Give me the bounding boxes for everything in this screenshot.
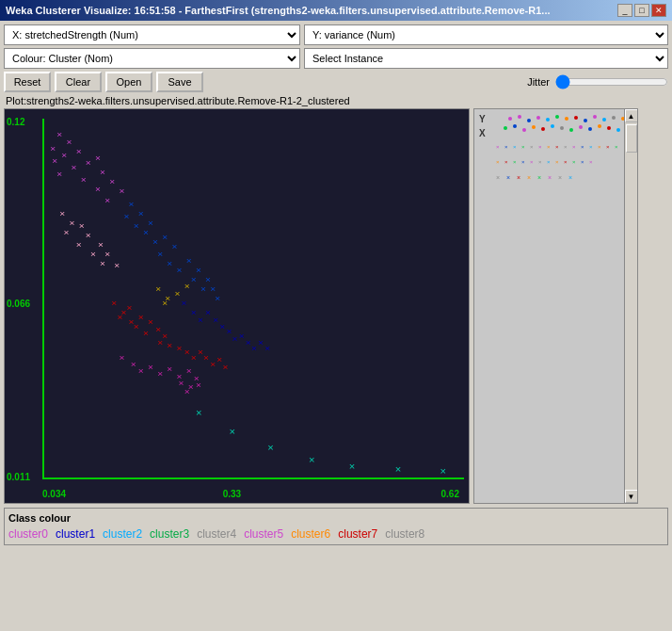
svg-text:×: × — [581, 144, 584, 150]
svg-text:×: × — [251, 343, 257, 353]
cluster5-label: cluster5 — [244, 527, 283, 541]
svg-text:×: × — [129, 200, 135, 210]
svg-text:×: × — [117, 312, 122, 322]
svg-point-125 — [569, 128, 573, 132]
window-title: Weka Clusterer Visualize: 16:51:58 - Far… — [6, 5, 551, 16]
svg-text:×: × — [213, 315, 218, 325]
svg-text:×: × — [127, 302, 133, 313]
svg-text:×: × — [205, 307, 211, 317]
svg-text:×: × — [555, 159, 559, 165]
svg-text:×: × — [134, 321, 139, 332]
cluster0-label: cluster0 — [8, 527, 48, 541]
x-axis-dropdown[interactable]: X: stretchedStrength (Num) — [4, 24, 300, 45]
svg-text:×: × — [100, 258, 105, 268]
svg-point-129 — [607, 126, 611, 130]
svg-text:×: × — [513, 144, 517, 150]
svg-text:×: × — [558, 174, 562, 181]
title-bar: Weka Clusterer Visualize: 16:51:58 - Far… — [0, 0, 672, 21]
y-min-label: 0.011 — [7, 472, 30, 482]
svg-text:×: × — [98, 239, 104, 250]
svg-text:×: × — [258, 337, 264, 348]
thumbnail-scrollbar[interactable]: ▲ ▼ — [624, 109, 637, 503]
svg-point-126 — [579, 125, 583, 129]
reset-button[interactable]: Reset — [4, 72, 51, 92]
save-button[interactable]: Save — [156, 72, 203, 92]
svg-text:×: × — [177, 343, 183, 353]
svg-point-106 — [518, 115, 521, 119]
svg-text:×: × — [148, 218, 153, 229]
x-min-label: 0.034 — [42, 489, 66, 499]
title-bar-buttons: _ □ ✕ — [617, 4, 666, 17]
select-instance-dropdown[interactable]: Select Instance — [304, 48, 668, 69]
svg-text:×: × — [496, 174, 500, 181]
svg-text:×: × — [70, 218, 75, 229]
svg-point-111 — [565, 117, 568, 121]
svg-text:×: × — [90, 249, 96, 259]
svg-text:×: × — [167, 364, 172, 374]
svg-text:×: × — [191, 352, 197, 363]
svg-text:×: × — [349, 461, 356, 472]
svg-text:×: × — [184, 347, 190, 357]
svg-text:×: × — [157, 249, 163, 259]
svg-text:×: × — [589, 144, 593, 150]
svg-text:×: × — [568, 174, 572, 181]
svg-text:×: × — [63, 227, 69, 237]
svg-text:×: × — [148, 362, 153, 372]
scroll-thumb[interactable] — [626, 124, 637, 153]
open-button[interactable]: Open — [105, 72, 152, 92]
svg-text:×: × — [572, 144, 576, 150]
svg-text:×: × — [186, 365, 192, 376]
close-button[interactable]: ✕ — [651, 4, 666, 17]
svg-point-109 — [546, 118, 550, 121]
maximize-button[interactable]: □ — [634, 4, 649, 17]
svg-text:×: × — [555, 144, 559, 150]
svg-text:×: × — [496, 159, 500, 165]
clear-button[interactable]: Clear — [55, 72, 102, 92]
svg-text:×: × — [86, 157, 91, 168]
svg-text:×: × — [581, 159, 584, 165]
svg-text:×: × — [59, 209, 65, 219]
cluster2-label: cluster2 — [103, 527, 142, 541]
svg-text:×: × — [530, 144, 534, 150]
minimize-button[interactable]: _ — [617, 4, 632, 17]
svg-point-114 — [593, 115, 597, 119]
y-axis-dropdown[interactable]: Y: variance (Num) — [304, 24, 668, 45]
svg-text:×: × — [232, 333, 238, 344]
y-mid-label: 0.066 — [7, 299, 30, 309]
scroll-up-button[interactable]: ▲ — [625, 109, 638, 122]
scroll-down-button[interactable]: ▼ — [625, 490, 638, 503]
svg-text:×: × — [598, 144, 601, 150]
svg-text:×: × — [222, 362, 228, 372]
svg-text:×: × — [200, 283, 206, 294]
jitter-label: Jitter — [527, 76, 550, 88]
cluster8-label: cluster8 — [385, 527, 424, 541]
svg-point-107 — [527, 119, 531, 122]
svg-text:×: × — [100, 167, 105, 177]
cluster6-label: cluster6 — [291, 527, 330, 541]
svg-text:×: × — [513, 159, 517, 165]
jitter-slider[interactable] — [555, 74, 668, 89]
svg-text:×: × — [171, 241, 177, 251]
svg-text:×: × — [143, 328, 149, 338]
svg-text:×: × — [81, 174, 87, 185]
x-mid-label: 0.33 — [223, 489, 241, 499]
svg-text:×: × — [203, 352, 209, 363]
colour-dropdown[interactable]: Colour: Cluster (Nom) — [4, 48, 300, 69]
svg-text:×: × — [56, 169, 62, 179]
plot-title: Plot:strengths2-weka.filters.unsupervise… — [4, 95, 668, 106]
svg-text:×: × — [517, 174, 520, 181]
svg-text:×: × — [167, 340, 172, 350]
svg-text:×: × — [184, 387, 190, 397]
class-colour-section: Class colour cluster0 cluster1 cluster2 … — [4, 508, 668, 545]
svg-text:×: × — [395, 463, 402, 475]
svg-text:×: × — [267, 442, 274, 453]
svg-text:×: × — [155, 283, 161, 294]
svg-point-110 — [555, 115, 559, 119]
svg-text:×: × — [72, 162, 77, 172]
cluster-labels-row: cluster0 cluster1 cluster2 cluster3 clus… — [8, 527, 664, 541]
svg-point-116 — [612, 116, 616, 120]
y-max-label: 0.12 — [7, 117, 24, 127]
svg-text:×: × — [538, 144, 542, 150]
svg-text:×: × — [162, 232, 168, 242]
x-max-label: 0.62 — [441, 489, 459, 499]
